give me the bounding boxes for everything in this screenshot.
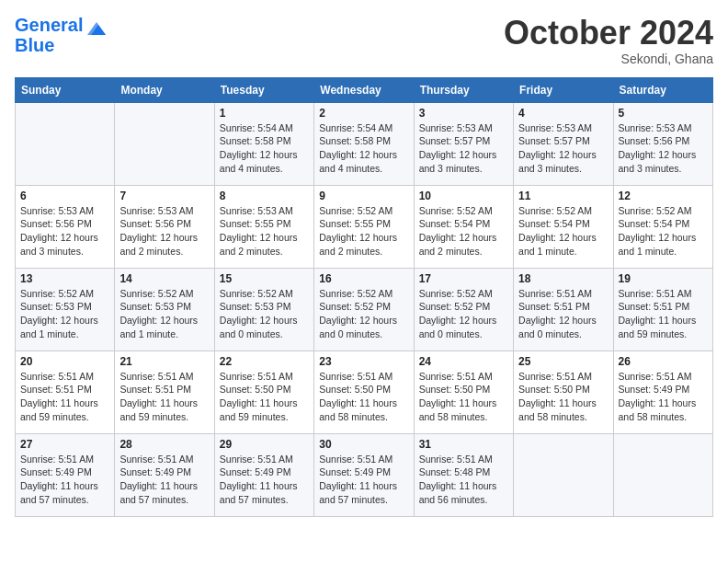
- week-row-2: 6Sunrise: 5:53 AMSunset: 5:56 PMDaylight…: [16, 185, 713, 268]
- day-number: 23: [319, 355, 408, 368]
- column-header-saturday: Saturday: [613, 77, 712, 102]
- day-info: Sunrise: 5:51 AMSunset: 5:50 PMDaylight:…: [220, 370, 309, 424]
- day-cell: 9Sunrise: 5:52 AMSunset: 5:55 PMDaylight…: [314, 185, 414, 268]
- day-info: Sunrise: 5:53 AMSunset: 5:55 PMDaylight:…: [220, 204, 309, 259]
- day-cell: 26Sunrise: 5:51 AMSunset: 5:49 PMDayligh…: [613, 350, 712, 433]
- day-cell: 24Sunrise: 5:51 AMSunset: 5:50 PMDayligh…: [414, 350, 513, 433]
- day-info: Sunrise: 5:52 AMSunset: 5:54 PMDaylight:…: [619, 204, 708, 259]
- day-info: Sunrise: 5:53 AMSunset: 5:56 PMDaylight:…: [20, 204, 109, 259]
- day-cell: 20Sunrise: 5:51 AMSunset: 5:51 PMDayligh…: [16, 350, 115, 433]
- column-header-sunday: Sunday: [16, 77, 115, 102]
- day-number: 28: [119, 438, 209, 451]
- day-cell: 5Sunrise: 5:53 AMSunset: 5:56 PMDaylight…: [613, 102, 712, 185]
- day-number: 22: [220, 355, 309, 368]
- day-info: Sunrise: 5:51 AMSunset: 5:49 PMDaylight:…: [20, 453, 109, 507]
- day-cell: 8Sunrise: 5:53 AMSunset: 5:55 PMDaylight…: [214, 185, 313, 268]
- day-info: Sunrise: 5:52 AMSunset: 5:53 PMDaylight:…: [220, 287, 309, 341]
- day-info: Sunrise: 5:53 AMSunset: 5:57 PMDaylight:…: [518, 121, 608, 176]
- day-info: Sunrise: 5:53 AMSunset: 5:56 PMDaylight:…: [619, 121, 708, 176]
- column-header-friday: Friday: [514, 77, 613, 102]
- day-number: 25: [518, 355, 608, 368]
- day-info: Sunrise: 5:54 AMSunset: 5:58 PMDaylight:…: [319, 121, 408, 176]
- day-cell: 19Sunrise: 5:51 AMSunset: 5:51 PMDayligh…: [613, 268, 712, 350]
- day-cell: 22Sunrise: 5:51 AMSunset: 5:50 PMDayligh…: [214, 350, 313, 433]
- column-header-tuesday: Tuesday: [214, 77, 313, 102]
- day-cell: [16, 102, 115, 185]
- logo-general: General: [15, 15, 83, 35]
- day-cell: 31Sunrise: 5:51 AMSunset: 5:48 PMDayligh…: [414, 433, 513, 516]
- day-cell: 10Sunrise: 5:52 AMSunset: 5:54 PMDayligh…: [414, 185, 513, 268]
- day-info: Sunrise: 5:51 AMSunset: 5:51 PMDaylight:…: [119, 370, 209, 424]
- day-info: Sunrise: 5:52 AMSunset: 5:52 PMDaylight:…: [319, 287, 408, 341]
- day-number: 14: [119, 272, 209, 285]
- logo-text: General Blue: [15, 15, 83, 55]
- day-cell: 7Sunrise: 5:53 AMSunset: 5:56 PMDaylight…: [115, 185, 214, 268]
- day-number: 6: [20, 190, 109, 202]
- day-info: Sunrise: 5:51 AMSunset: 5:50 PMDaylight:…: [518, 370, 608, 424]
- day-info: Sunrise: 5:51 AMSunset: 5:51 PMDaylight:…: [619, 287, 708, 341]
- week-row-3: 13Sunrise: 5:52 AMSunset: 5:53 PMDayligh…: [16, 268, 713, 350]
- location: Sekondi, Ghana: [504, 52, 713, 66]
- day-cell: 11Sunrise: 5:52 AMSunset: 5:54 PMDayligh…: [514, 185, 613, 268]
- column-header-wednesday: Wednesday: [314, 77, 414, 102]
- day-info: Sunrise: 5:52 AMSunset: 5:55 PMDaylight:…: [319, 204, 408, 259]
- day-cell: 3Sunrise: 5:53 AMSunset: 5:57 PMDaylight…: [414, 102, 513, 185]
- title-block: October 2024 Sekondi, Ghana: [504, 15, 713, 66]
- day-info: Sunrise: 5:53 AMSunset: 5:56 PMDaylight:…: [119, 204, 209, 259]
- day-number: 27: [20, 438, 109, 451]
- day-number: 24: [419, 355, 508, 368]
- column-header-thursday: Thursday: [414, 77, 513, 102]
- logo-icon: [85, 18, 108, 44]
- day-number: 10: [419, 190, 508, 202]
- day-cell: 28Sunrise: 5:51 AMSunset: 5:49 PMDayligh…: [115, 433, 214, 516]
- week-row-5: 27Sunrise: 5:51 AMSunset: 5:49 PMDayligh…: [16, 433, 713, 516]
- day-cell: 27Sunrise: 5:51 AMSunset: 5:49 PMDayligh…: [16, 433, 115, 516]
- day-cell: [115, 102, 214, 185]
- day-number: 30: [319, 438, 408, 451]
- day-info: Sunrise: 5:51 AMSunset: 5:49 PMDaylight:…: [619, 370, 708, 424]
- day-number: 18: [518, 272, 608, 285]
- day-info: Sunrise: 5:51 AMSunset: 5:51 PMDaylight:…: [20, 370, 109, 424]
- day-info: Sunrise: 5:51 AMSunset: 5:49 PMDaylight:…: [319, 453, 408, 507]
- day-number: 21: [119, 355, 209, 368]
- day-info: Sunrise: 5:52 AMSunset: 5:53 PMDaylight:…: [20, 287, 109, 341]
- day-cell: 12Sunrise: 5:52 AMSunset: 5:54 PMDayligh…: [613, 185, 712, 268]
- day-cell: 13Sunrise: 5:52 AMSunset: 5:53 PMDayligh…: [16, 268, 115, 350]
- day-cell: 14Sunrise: 5:52 AMSunset: 5:53 PMDayligh…: [115, 268, 214, 350]
- day-number: 13: [20, 272, 109, 285]
- day-info: Sunrise: 5:54 AMSunset: 5:58 PMDaylight:…: [220, 121, 309, 176]
- day-info: Sunrise: 5:51 AMSunset: 5:50 PMDaylight:…: [319, 370, 408, 424]
- day-info: Sunrise: 5:52 AMSunset: 5:54 PMDaylight:…: [419, 204, 508, 259]
- day-cell: 21Sunrise: 5:51 AMSunset: 5:51 PMDayligh…: [115, 350, 214, 433]
- column-header-monday: Monday: [115, 77, 214, 102]
- calendar-table: SundayMondayTuesdayWednesdayThursdayFrid…: [15, 77, 713, 517]
- month-title: October 2024: [504, 15, 713, 52]
- day-cell: [514, 433, 613, 516]
- day-number: 26: [619, 355, 708, 368]
- week-row-1: 1Sunrise: 5:54 AMSunset: 5:58 PMDaylight…: [16, 102, 713, 185]
- day-number: 31: [419, 438, 508, 451]
- day-cell: 4Sunrise: 5:53 AMSunset: 5:57 PMDaylight…: [514, 102, 613, 185]
- day-cell: 17Sunrise: 5:52 AMSunset: 5:52 PMDayligh…: [414, 268, 513, 350]
- day-number: 11: [518, 190, 608, 202]
- day-number: 20: [20, 355, 109, 368]
- day-info: Sunrise: 5:52 AMSunset: 5:53 PMDaylight:…: [119, 287, 209, 341]
- day-number: 15: [220, 272, 309, 285]
- day-info: Sunrise: 5:51 AMSunset: 5:49 PMDaylight:…: [119, 453, 209, 507]
- day-info: Sunrise: 5:51 AMSunset: 5:51 PMDaylight:…: [518, 287, 608, 341]
- day-info: Sunrise: 5:53 AMSunset: 5:57 PMDaylight:…: [419, 121, 508, 176]
- day-number: 17: [419, 272, 508, 285]
- day-cell: [613, 433, 712, 516]
- day-cell: 16Sunrise: 5:52 AMSunset: 5:52 PMDayligh…: [314, 268, 414, 350]
- day-number: 12: [619, 190, 708, 202]
- day-number: 8: [220, 190, 309, 202]
- day-number: 3: [419, 107, 508, 120]
- day-cell: 23Sunrise: 5:51 AMSunset: 5:50 PMDayligh…: [314, 350, 414, 433]
- day-info: Sunrise: 5:52 AMSunset: 5:52 PMDaylight:…: [419, 287, 508, 341]
- day-cell: 2Sunrise: 5:54 AMSunset: 5:58 PMDaylight…: [314, 102, 414, 185]
- day-cell: 15Sunrise: 5:52 AMSunset: 5:53 PMDayligh…: [214, 268, 313, 350]
- day-number: 9: [319, 190, 408, 202]
- day-number: 19: [619, 272, 708, 285]
- day-cell: 6Sunrise: 5:53 AMSunset: 5:56 PMDaylight…: [16, 185, 115, 268]
- day-info: Sunrise: 5:52 AMSunset: 5:54 PMDaylight:…: [518, 204, 608, 259]
